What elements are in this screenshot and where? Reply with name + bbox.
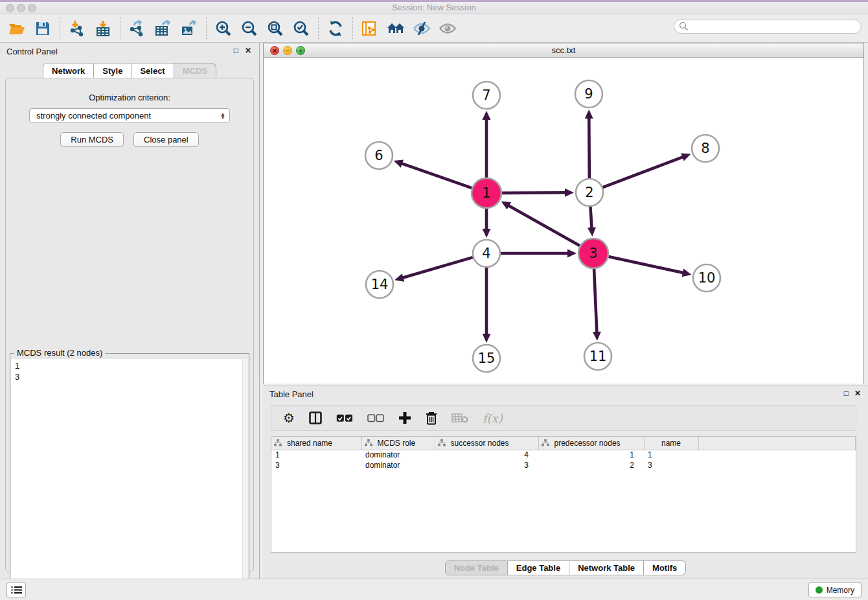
deselect-all-button[interactable] (367, 410, 384, 426)
result-scrollbar[interactable] (242, 359, 248, 597)
trash-icon (426, 411, 437, 425)
tab-style[interactable]: Style (94, 63, 131, 79)
graph-edge-2-3[interactable] (590, 207, 591, 229)
columns-icon (309, 411, 322, 424)
float-panel-icon[interactable]: □ (234, 46, 238, 55)
column-header-name[interactable]: name (644, 437, 698, 450)
mcds-result-list[interactable]: 1 3 (11, 359, 248, 597)
new-network-from-file-button[interactable] (357, 17, 383, 40)
task-history-button[interactable] (6, 583, 26, 597)
zoom-fit-icon (267, 20, 284, 37)
graph-node-10[interactable]: 10 (693, 264, 720, 292)
graph-edge-3-10[interactable] (608, 257, 683, 273)
graph-node-4[interactable]: 4 (473, 240, 500, 267)
eye-icon (439, 21, 457, 36)
memory-button[interactable]: Memory (808, 583, 862, 597)
show-graphics-details-button[interactable] (435, 17, 461, 40)
run-mcds-button[interactable]: Run MCDS (60, 132, 124, 147)
tab-node-table[interactable]: Node Table (445, 560, 508, 575)
graph-node-7[interactable]: 7 (473, 82, 500, 109)
graph-edge-1-2[interactable] (502, 192, 566, 193)
table-settings-button[interactable]: ⚙ (283, 410, 295, 426)
graph-edge-3-11[interactable] (594, 269, 597, 333)
network-window-titlebar[interactable]: ✕ − + scc.txt (264, 43, 863, 58)
search-icon (679, 21, 689, 31)
close-panel-button[interactable]: Close panel (133, 132, 199, 147)
node-table: shared name MCDS role successor nodes pr… (271, 437, 856, 470)
import-table-icon (95, 20, 111, 37)
tree-icon (365, 439, 372, 446)
tab-edge-table[interactable]: Edge Table (508, 560, 569, 575)
graph-node-9[interactable]: 9 (575, 80, 602, 108)
table-row[interactable]: 3 dominator 3 2 3 (271, 460, 856, 470)
open-browser-button[interactable] (383, 17, 409, 40)
zoom-fit-button[interactable] (262, 17, 288, 40)
close-panel-icon[interactable]: ✕ (245, 46, 251, 55)
hide-graphics-details-button[interactable] (409, 17, 435, 40)
export-table-icon (155, 20, 172, 37)
zoom-out-button[interactable] (236, 17, 262, 40)
save-session-button[interactable] (30, 17, 56, 40)
network-canvas-svg: 7968124314101511 (264, 58, 863, 384)
select-all-button[interactable] (336, 410, 353, 426)
graph-edge-2-8[interactable] (603, 157, 684, 187)
graph-edge-2-9[interactable] (589, 117, 589, 178)
graph-node-6[interactable]: 6 (365, 142, 393, 169)
toolbar-search[interactable] (674, 19, 862, 34)
zoom-in-icon (215, 20, 232, 37)
column-header-predecessor-nodes[interactable]: predecessor nodes (538, 437, 644, 450)
svg-text:9: 9 (584, 86, 593, 102)
criterion-select[interactable]: strongly connected component ▲▼ (29, 108, 230, 123)
graph-node-14[interactable]: 14 (366, 271, 393, 298)
plus-icon (398, 411, 411, 424)
toolbar-separator (120, 17, 120, 40)
graph-node-8[interactable]: 8 (692, 135, 719, 162)
close-table-panel-icon[interactable]: ✕ (854, 389, 861, 398)
svg-text:6: 6 (374, 148, 383, 163)
search-input[interactable] (689, 20, 861, 32)
tab-network-table[interactable]: Network Table (569, 560, 644, 575)
graph-node-3[interactable]: 3 (578, 238, 608, 268)
add-column-button[interactable] (398, 410, 411, 426)
zoom-selected-button[interactable] (288, 17, 314, 40)
tab-network[interactable]: Network (43, 63, 94, 79)
zoom-in-button[interactable] (211, 17, 236, 40)
table-row[interactable]: 1 dominator 4 1 1 (271, 450, 856, 460)
graph-node-15[interactable]: 15 (473, 345, 500, 372)
network-canvas[interactable]: 7968124314101511 (264, 58, 863, 384)
network-title: scc.txt (264, 45, 863, 55)
graph-arrowhead (585, 110, 593, 119)
float-table-panel-icon[interactable]: □ (844, 389, 849, 398)
import-network-button[interactable] (64, 17, 90, 40)
column-header-shared-name[interactable]: shared name (271, 437, 361, 450)
graph-node-1[interactable]: 1 (472, 178, 501, 208)
delete-column-button[interactable] (426, 410, 437, 426)
import-table-button[interactable] (90, 17, 116, 40)
tab-select[interactable]: Select (131, 63, 174, 79)
refresh-view-button[interactable] (323, 17, 348, 40)
graph-arrowhead (567, 249, 577, 258)
export-network-button[interactable] (124, 17, 150, 40)
split-columns-button[interactable] (309, 410, 322, 426)
graph-edge-3-1[interactable] (508, 205, 580, 246)
export-image-button[interactable] (176, 17, 202, 40)
column-header-mcds-role[interactable]: MCDS role (361, 437, 435, 450)
open-session-button[interactable] (4, 17, 30, 40)
svg-text:11: 11 (589, 349, 607, 364)
tree-icon (542, 439, 549, 446)
export-table-button[interactable] (150, 17, 176, 40)
tree-icon (438, 439, 446, 446)
export-network-icon (129, 20, 146, 37)
tab-motifs[interactable]: Motifs (644, 560, 686, 575)
status-bar: Memory (0, 579, 868, 600)
tab-mcds[interactable]: MCDS (174, 63, 216, 79)
control-panel-title: Control Panel (6, 47, 58, 56)
graph-arrowhead (681, 269, 691, 277)
graph-node-11[interactable]: 11 (584, 343, 611, 370)
export-image-icon (181, 20, 198, 37)
fx-icon: f(x) (483, 411, 503, 425)
graph-edge-1-6[interactable] (401, 163, 472, 188)
graph-node-2[interactable]: 2 (576, 179, 603, 206)
graph-edge-4-14[interactable] (402, 257, 473, 278)
column-header-successor-nodes[interactable]: successor nodes (435, 437, 538, 450)
